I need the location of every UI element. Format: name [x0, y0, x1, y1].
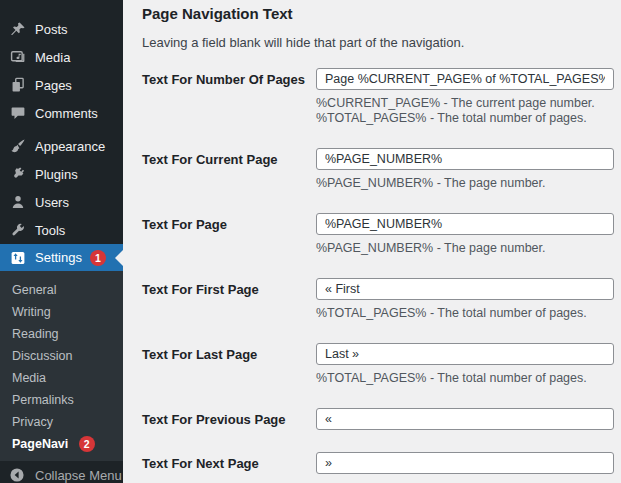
- admin-menu: Posts Media Pages Comments: [0, 0, 123, 271]
- submenu-item-discussion[interactable]: Discussion: [0, 345, 123, 367]
- field-label: Text For First Page: [142, 278, 316, 321]
- previous-page-input[interactable]: [316, 408, 614, 430]
- sidebar-item-label: Posts: [35, 22, 68, 37]
- sidebar-item-posts[interactable]: Posts: [0, 15, 123, 43]
- field-row-number-of-pages: Text For Number Of Pages %CURRENT_PAGE% …: [142, 68, 614, 126]
- field-row-previous-page: Text For Previous Page: [142, 408, 614, 430]
- stacked-pages-icon: [9, 77, 26, 94]
- field-row-last-page: Text For Last Page %TOTAL_PAGES% - The t…: [142, 343, 614, 386]
- field-help-text: %PAGE_NUMBER% - The page number.: [316, 241, 614, 256]
- number-of-pages-input[interactable]: [316, 68, 614, 90]
- submenu-item-label: PageNavi: [12, 437, 68, 451]
- sidebar-item-pages[interactable]: Pages: [0, 71, 123, 99]
- field-help-text: %TOTAL_PAGES% - The total number of page…: [316, 371, 614, 386]
- wrench-icon: [9, 222, 26, 239]
- settings-update-badge: 1: [90, 250, 106, 266]
- submenu-item-general[interactable]: General: [0, 279, 123, 301]
- sidebar-item-plugins[interactable]: Plugins: [0, 160, 123, 188]
- field-help-text: %PAGE_NUMBER% - The page number.: [316, 176, 614, 191]
- field-label: Text For Previous Page: [142, 408, 316, 430]
- sidebar-item-label: Pages: [35, 78, 72, 93]
- sidebar-item-settings[interactable]: Settings 1: [0, 244, 123, 271]
- wordpress-admin-screen: Posts Media Pages Comments: [0, 0, 621, 483]
- circle-arrow-left-icon: [9, 467, 26, 483]
- submenu-item-pagenavi[interactable]: PageNavi 2: [0, 433, 123, 455]
- page-input[interactable]: [316, 213, 614, 235]
- field-row-first-page: Text For First Page %TOTAL_PAGES% - The …: [142, 278, 614, 321]
- sidebar-item-tools[interactable]: Tools: [0, 216, 123, 244]
- field-help-text: %TOTAL_PAGES% - The total number of page…: [316, 306, 614, 321]
- settings-page-content: Page Navigation Text Leaving a field bla…: [123, 0, 621, 483]
- field-label: Text For Current Page: [142, 148, 316, 191]
- settings-submenu: General Writing Reading Discussion Media…: [0, 271, 123, 461]
- sidebar-item-media[interactable]: Media: [0, 43, 123, 71]
- person-icon: [9, 194, 26, 211]
- field-row-page: Text For Page %PAGE_NUMBER% - The page n…: [142, 213, 614, 256]
- sidebar-item-label: Tools: [35, 223, 65, 238]
- field-label: Text For Number Of Pages: [142, 68, 316, 126]
- field-row-current-page: Text For Current Page %PAGE_NUMBER% - Th…: [142, 148, 614, 191]
- media-frame-icon: [9, 49, 26, 66]
- sidebar-item-label: Users: [35, 195, 69, 210]
- field-label: Text For Last Page: [142, 343, 316, 386]
- admin-sidebar: Posts Media Pages Comments: [0, 0, 123, 483]
- field-row-next-page: Text For Next Page: [142, 452, 614, 474]
- submenu-item-label: Reading: [12, 327, 59, 341]
- sidebar-item-appearance[interactable]: Appearance: [0, 132, 123, 160]
- pagenavi-update-badge: 2: [79, 436, 95, 452]
- sidebar-item-label: Comments: [35, 106, 98, 121]
- sidebar-item-users[interactable]: Users: [0, 188, 123, 216]
- submenu-item-media[interactable]: Media: [0, 367, 123, 389]
- speech-bubble-icon: [9, 105, 26, 122]
- submenu-item-label: Media: [12, 371, 46, 385]
- page-subtitle: Leaving a field blank will hide that par…: [142, 35, 614, 50]
- page-title: Page Navigation Text: [142, 5, 614, 24]
- field-help-text: %TOTAL_PAGES% - The total number of page…: [316, 111, 614, 126]
- collapse-menu-label: Collapse Menu: [35, 468, 122, 483]
- sidebar-item-comments[interactable]: Comments: [0, 99, 123, 127]
- submenu-item-label: Privacy: [12, 415, 53, 429]
- submenu-item-writing[interactable]: Writing: [0, 301, 123, 323]
- sidebar-item-label: Appearance: [35, 139, 105, 154]
- current-page-input[interactable]: [316, 148, 614, 170]
- sidebar-item-label: Settings: [35, 250, 82, 265]
- plug-icon: [9, 166, 26, 183]
- submenu-item-permalinks[interactable]: Permalinks: [0, 389, 123, 411]
- submenu-item-privacy[interactable]: Privacy: [0, 411, 123, 433]
- submenu-item-label: Discussion: [12, 349, 72, 363]
- pushpin-icon: [9, 21, 26, 38]
- sidebar-item-label: Media: [35, 50, 70, 65]
- sidebar-item-label: Plugins: [35, 167, 78, 182]
- last-page-input[interactable]: [316, 343, 614, 365]
- submenu-item-label: Writing: [12, 305, 51, 319]
- submenu-item-label: General: [12, 283, 56, 297]
- field-label: Text For Next Page: [142, 452, 316, 474]
- next-page-input[interactable]: [316, 452, 614, 474]
- sliders-icon: [9, 249, 26, 266]
- first-page-input[interactable]: [316, 278, 614, 300]
- collapse-menu-button[interactable]: Collapse Menu: [0, 461, 123, 483]
- field-label: Text For Page: [142, 213, 316, 256]
- submenu-item-label: Permalinks: [12, 393, 74, 407]
- field-help-text: %CURRENT_PAGE% - The current page number…: [316, 96, 614, 111]
- submenu-item-reading[interactable]: Reading: [0, 323, 123, 345]
- paintbrush-icon: [9, 138, 26, 155]
